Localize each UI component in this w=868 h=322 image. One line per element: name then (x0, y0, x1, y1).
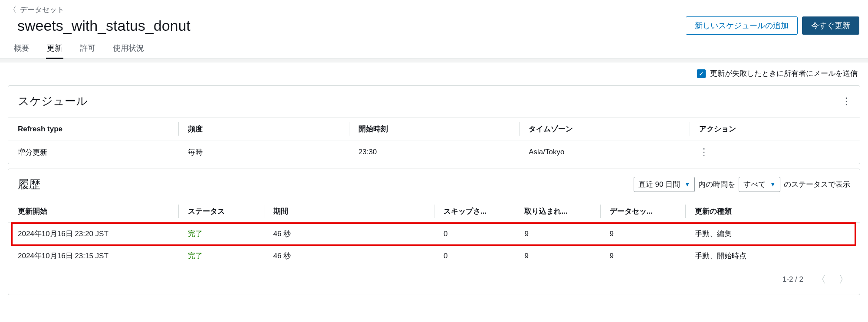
mail-on-failure-label: 更新が失敗したときに所有者にメールを送信 (710, 68, 858, 78)
col-skipped: スキップさ... (434, 200, 515, 223)
schedule-more-icon[interactable]: ⋮ (842, 96, 850, 107)
col-action: アクション (690, 118, 860, 140)
add-schedule-button[interactable]: 新しいスケジュールの追加 (686, 16, 798, 35)
breadcrumb-label: データセット (20, 5, 64, 15)
cell-ingested: 9 (515, 223, 600, 245)
pager-next-icon[interactable]: 〉 (839, 273, 848, 286)
history-panel: 履歴 直近 90 日間 ▼ 内の時間を すべて ▼ のステータスで表示 更新開始… (8, 169, 860, 295)
col-dataset: データセッ... (600, 200, 685, 223)
cell-duration: 46 秒 (264, 245, 434, 267)
cell-duration: 46 秒 (264, 223, 434, 245)
col-ingested: 取り込まれ... (515, 200, 600, 223)
history-table: 更新開始 ステータス 期間 スキップさ... 取り込まれ... データセッ...… (8, 200, 860, 267)
page-title: sweets_with_status_donut (9, 15, 199, 39)
history-row: 2024年10月16日 23:15 JST完了46 秒099手動、開始時点 (8, 245, 860, 267)
pager-text: 1-2 / 2 (783, 275, 803, 284)
chevron-left-icon: 〈 (9, 4, 16, 15)
history-title: 履歴 (18, 177, 40, 192)
filter-range-select[interactable]: 直近 90 日間 ▼ (634, 177, 695, 192)
col-duration: 期間 (264, 200, 434, 223)
tab-bar: 概要 更新 許可 使用状況 (0, 39, 868, 59)
tab-usage[interactable]: 使用状況 (112, 39, 145, 59)
pager-prev-icon[interactable]: 〈 (816, 273, 826, 286)
col-refresh-type: Refresh type (8, 118, 178, 140)
cell-status: 完了 (178, 223, 263, 245)
caret-down-icon: ▼ (684, 181, 690, 188)
filter-range-label: 直近 90 日間 (638, 179, 680, 189)
pager: 1-2 / 2 〈 〉 (8, 267, 860, 295)
filter-status-label: すべて (743, 179, 766, 189)
tab-refresh[interactable]: 更新 (46, 39, 63, 59)
filter-suffix-text: のステータスで表示 (784, 179, 850, 189)
schedule-table: Refresh type 頻度 開始時刻 タイムゾーン アクション 増分更新 毎… (8, 117, 860, 164)
mail-on-failure-checkbox[interactable]: ✓ (697, 69, 706, 78)
col-status: ステータス (178, 200, 263, 223)
cell-dataset: 9 (600, 223, 685, 245)
col-timezone: タイムゾーン (519, 118, 689, 140)
cell-skipped: 0 (434, 223, 515, 245)
schedule-row: 増分更新 毎時 23:30 Asia/Tokyo ⋮ (8, 140, 860, 164)
history-row: 2024年10月16日 23:20 JST完了46 秒099手動、編集 (8, 223, 860, 245)
schedule-title: スケジュール (18, 94, 88, 109)
cell-start: 2024年10月16日 23:15 JST (8, 245, 178, 267)
tab-permission[interactable]: 許可 (79, 39, 96, 59)
cell-frequency: 毎時 (178, 140, 349, 164)
col-start-time: 開始時刻 (349, 118, 519, 140)
filter-mid-text: 内の時間を (698, 179, 735, 189)
cell-refresh-type: 増分更新 (8, 140, 178, 164)
cell-skipped: 0 (434, 245, 515, 267)
cell-start-time: 23:30 (349, 140, 519, 164)
col-start: 更新開始 (8, 200, 178, 223)
cell-start: 2024年10月16日 23:20 JST (8, 223, 178, 245)
schedule-panel: スケジュール ⋮ Refresh type 頻度 開始時刻 タイムゾーン アクシ… (8, 85, 860, 164)
cell-timezone: Asia/Tokyo (519, 140, 689, 164)
col-frequency: 頻度 (178, 118, 349, 140)
caret-down-icon: ▼ (770, 181, 776, 188)
col-type: 更新の種類 (685, 200, 860, 223)
cell-dataset: 9 (600, 245, 685, 267)
cell-status: 完了 (178, 245, 263, 267)
cell-type: 手動、開始時点 (685, 245, 860, 267)
cell-type: 手動、編集 (685, 223, 860, 245)
filter-status-select[interactable]: すべて ▼ (739, 177, 780, 192)
breadcrumb-back[interactable]: 〈 データセット (9, 4, 199, 15)
schedule-row-actions-icon[interactable]: ⋮ (699, 146, 708, 157)
tab-overview[interactable]: 概要 (13, 39, 30, 59)
refresh-now-button[interactable]: 今すぐ更新 (802, 16, 859, 35)
cell-ingested: 9 (515, 245, 600, 267)
